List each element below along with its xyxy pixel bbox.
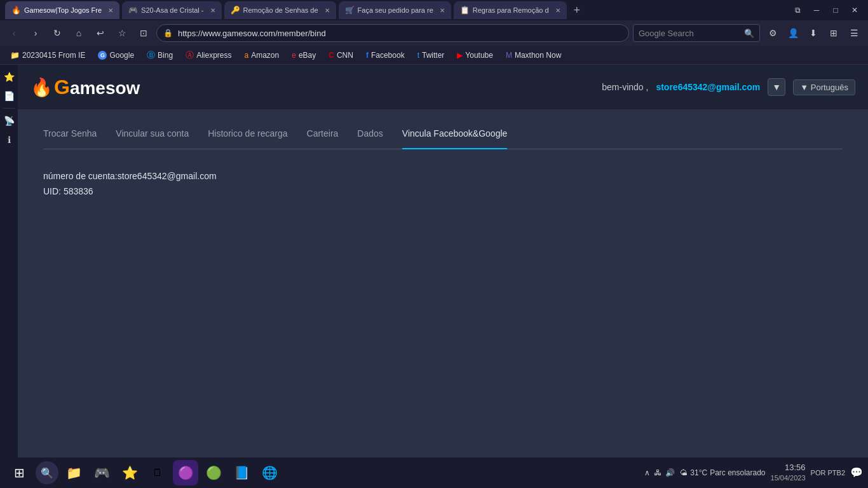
logo-g: G (54, 76, 70, 98)
language-button[interactable]: ▼ Português (793, 79, 855, 95)
tile-window-button[interactable]: ⧉ (789, 4, 806, 17)
bookmark-maxthon[interactable]: M Maxthon Now (501, 50, 566, 61)
title-bar: 🔥 Gamesow|Top Jogos Fre ✕ 🎮 S20-Asa de C… (0, 0, 868, 20)
download-button[interactable]: ⬇ (804, 24, 822, 42)
taskbar-blue-app[interactable]: 📘 (229, 460, 254, 485)
sidebar-reader-button[interactable]: 📄 (2, 89, 16, 103)
main-content: 🔥 Gamesow bem-vindo ,store645342@gmail.c… (18, 65, 868, 458)
notification-icon[interactable]: 💬 (850, 466, 863, 478)
tab-4[interactable]: 🛒 Faça seu pedido para re ✕ (339, 1, 451, 19)
bookmark-yt-label: Youtube (465, 51, 493, 60)
cnn-favicon: C (329, 51, 334, 60)
start-button[interactable]: ⊞ (5, 459, 33, 487)
minimize-button[interactable]: ─ (808, 4, 825, 17)
google-favicon: G (98, 51, 107, 60)
user-dropdown-button[interactable]: ▼ (768, 78, 785, 96)
sidebar-star-button[interactable]: ⭐ (2, 70, 16, 84)
tab-2-close[interactable]: ✕ (108, 7, 113, 14)
time-display: 13:56 (771, 462, 806, 473)
tray-chevron[interactable]: ∧ (644, 468, 650, 477)
tab-3[interactable]: 🔑 Remoção de Senhas de ✕ (224, 1, 336, 19)
tab-1-favicon: 🎮 (128, 6, 137, 15)
temperature: 31°C (690, 468, 707, 477)
tab-dados[interactable]: Dados (357, 128, 383, 144)
bookmark-folder-ie[interactable]: 📁 20230415 From IE (5, 50, 90, 61)
tab-vincular-conta[interactable]: Vincular sua conta (116, 128, 189, 144)
tab-trocar-senha[interactable]: Trocar Senha (43, 128, 97, 144)
bookmark-aliexpress[interactable]: Ⓐ Aliexpress (180, 48, 236, 62)
mx-favicon: M (506, 51, 512, 60)
tab-2-favicon: 🔥 (11, 6, 20, 15)
bookmark-google-label: Google (109, 51, 134, 60)
taskbar-chrome[interactable]: 🌐 (257, 460, 282, 485)
welcome-text: bem-vindo , (602, 82, 648, 92)
page-content: Trocar Senha Vincular sua conta Historic… (18, 109, 868, 227)
taskbar-xbox[interactable]: 🎮 (89, 460, 114, 485)
tray-area: ∧ 🖧 🔊 (644, 468, 675, 477)
history-button[interactable]: ↩ (92, 24, 109, 42)
new-tab-button[interactable]: + (569, 3, 585, 18)
taskbar-search-button[interactable]: 🔍 (36, 461, 58, 484)
account-info: número de cuenta:store645342@gmail.com U… (43, 165, 843, 208)
home-button[interactable]: ⌂ (70, 24, 88, 42)
right-nav-icons: ⚙ 👤 ⬇ ⊞ ☰ (764, 24, 863, 42)
taskbar-file-explorer[interactable]: 📁 (61, 460, 86, 485)
yt-favicon: ▶ (457, 51, 463, 60)
taskbar-game[interactable]: 🟢 (201, 460, 226, 485)
tab-carteira[interactable]: Carteira (307, 128, 339, 144)
account-icon[interactable]: 👤 (784, 24, 802, 42)
tab-5[interactable]: 📋 Regras para Remoção d ✕ (454, 1, 567, 19)
address-bar[interactable]: 🔒 https://www.gamesow.com/member/bind (156, 24, 629, 42)
taskbar-notes[interactable]: 🗒 (145, 460, 170, 485)
bookmark-ebay[interactable]: e eBay (287, 50, 321, 61)
tab-1-title: S20-Asa de Cristal - (141, 6, 203, 14)
tab-3-close[interactable]: ✕ (325, 7, 330, 14)
taskbar-star[interactable]: ⭐ (117, 460, 142, 485)
tab-1-close[interactable]: ✕ (210, 7, 215, 14)
bookmark-google[interactable]: G Google (93, 50, 139, 61)
sidebar-info-button[interactable]: ℹ (2, 133, 16, 147)
bookmarks-bar: 📁 20230415 From IE G Google Ⓑ Bing Ⓐ Ali… (0, 46, 868, 65)
bookmark-twitter[interactable]: t Twitter (412, 50, 450, 61)
logo-text: Gamesow (54, 76, 140, 99)
forward-button[interactable]: › (27, 24, 44, 42)
sidebar-rss-button[interactable]: 📡 (2, 114, 16, 128)
maximize-button[interactable]: □ (827, 4, 844, 17)
date-display: 15/04/2023 (771, 473, 806, 483)
extensions-button[interactable]: ⚙ (764, 24, 782, 42)
tab-4-favicon: 🛒 (345, 6, 354, 15)
account-number-line: número de cuenta:store645342@gmail.com (43, 171, 843, 181)
taskbar-maxthon[interactable]: 🟣 (173, 460, 198, 485)
weather-desc: Parc ensolarado (710, 468, 765, 477)
bookmark-amazon[interactable]: a Amazon (240, 50, 285, 61)
flame-icon: 🔥 (31, 77, 53, 98)
apps-button[interactable]: ⊞ (825, 24, 843, 42)
bookmark-folder-label: 20230415 From IE (22, 51, 85, 60)
close-button[interactable]: ✕ (846, 4, 863, 17)
bookmark-youtube[interactable]: ▶ Youtube (452, 50, 498, 61)
bookmark-mx-label: Maxthon Now (515, 51, 561, 60)
bookmark-twitter-label: Twitter (422, 51, 444, 60)
back-button[interactable]: ‹ (5, 24, 23, 42)
screenshot-button[interactable]: ⊡ (135, 24, 153, 42)
refresh-button[interactable]: ↻ (48, 24, 66, 42)
bookmark-amazon-label: Amazon (251, 51, 279, 60)
tab-historico[interactable]: Historico de recarga (208, 128, 287, 144)
taskbar-right: ∧ 🖧 🔊 🌤 31°C Parc ensolarado 13:56 15/04… (644, 462, 863, 484)
search-box[interactable]: Google Search 🔍 (633, 24, 760, 42)
url-text: https://www.gamesow.com/member/bind (178, 29, 622, 38)
tray-volume-icon[interactable]: 🔊 (665, 468, 675, 477)
bookmark-button[interactable]: ☆ (113, 24, 131, 42)
account-email-value: store645342@gmail.com (118, 171, 217, 181)
tab-5-close[interactable]: ✕ (555, 7, 560, 14)
tab-4-close[interactable]: ✕ (440, 7, 445, 14)
bookmark-cnn[interactable]: C CNN (323, 50, 358, 61)
bookmark-facebook[interactable]: f Facebook (361, 50, 410, 61)
tab-vincula-facebook-google[interactable]: Vincula Facebook&Google (402, 128, 508, 144)
tab-2-title: Gamesow|Top Jogos Fre (24, 6, 102, 14)
clock-area[interactable]: 13:56 15/04/2023 (771, 462, 806, 484)
tab-2[interactable]: 🔥 Gamesow|Top Jogos Fre ✕ (5, 1, 119, 19)
tab-1[interactable]: 🎮 S20-Asa de Cristal - ✕ (122, 1, 221, 19)
menu-button[interactable]: ☰ (845, 24, 863, 42)
bookmark-bing[interactable]: Ⓑ Bing (142, 48, 178, 62)
